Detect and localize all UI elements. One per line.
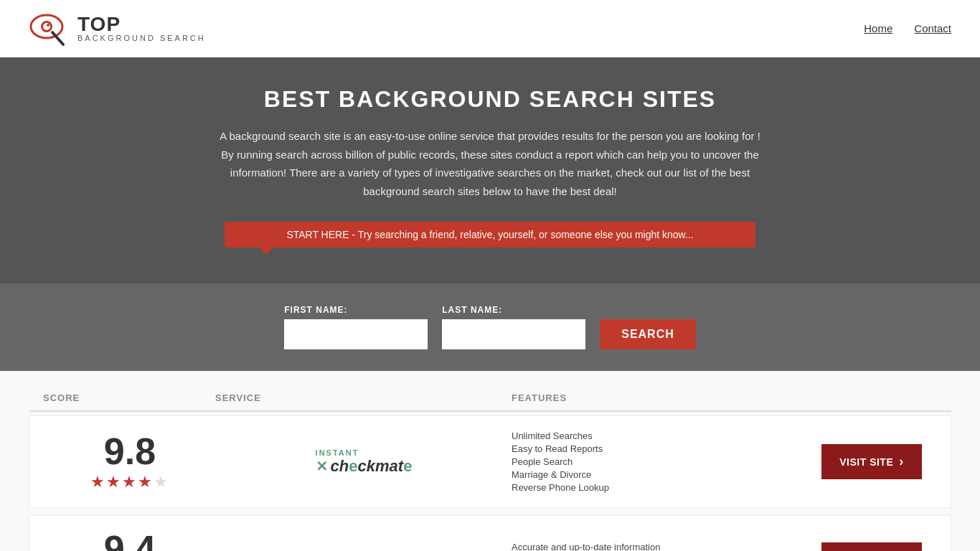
header-score: SCORE [43, 392, 215, 403]
features-cell-2: Accurate and up-to-date information Unli… [512, 542, 807, 552]
navbar: TOP BACKGROUND SEARCH Home Contact [0, 0, 980, 57]
table-row: 9.8 ★★★★★ INSTANT ✕ checkmate Unlimited … [29, 415, 951, 508]
instantcheckmate-logo: INSTANT ✕ checkmate [316, 448, 413, 476]
feature-1-5: Reverse Phone Lookup [512, 482, 807, 493]
logo-text: TOP BACKGROUND SEARCH [77, 14, 206, 42]
nav-home-link[interactable]: Home [864, 22, 892, 34]
feature-1-4: Marriage & Divorce [512, 469, 807, 480]
logo-top-text: TOP [77, 14, 206, 34]
results-table: SCORE SERVICE FEATURES 9.8 ★★★★★ INSTANT… [0, 371, 980, 551]
score-cell-2: 9.4 ★★★★★ [44, 530, 216, 551]
logo: TOP BACKGROUND SEARCH [29, 9, 206, 48]
last-name-input[interactable] [442, 319, 585, 349]
visit-cell-1: VISIT SITE › [807, 444, 936, 479]
search-button[interactable]: SEARCH [600, 319, 696, 349]
search-banner: START HERE - Try searching a friend, rel… [225, 222, 755, 248]
table-header: SCORE SERVICE FEATURES [29, 385, 951, 412]
stars-1: ★★★★★ [44, 473, 216, 491]
visit-site-button-1[interactable]: VISIT SITE › [821, 444, 922, 479]
hero-description: A background search site is an easy-to-u… [217, 127, 763, 200]
last-name-group: LAST NAME: [442, 305, 585, 349]
last-name-label: LAST NAME: [442, 305, 585, 315]
table-row: 9.4 ★★★★★ PeopleLooker Accurate and up-t… [29, 515, 951, 551]
logo-icon [29, 9, 72, 48]
service-cell-2: PeopleLooker [216, 549, 512, 552]
score-number-1: 9.8 [44, 433, 216, 470]
search-button-label: SEARCH [621, 328, 674, 341]
search-form-area: FIRST NAME: LAST NAME: SEARCH [0, 283, 980, 371]
score-number-2: 9.4 [44, 530, 216, 551]
search-banner-text: START HERE - Try searching a friend, rel… [286, 229, 693, 240]
arrow-icon-1: › [899, 454, 904, 469]
peoplelooker-logo: PeopleLooker [302, 549, 425, 552]
first-name-label: FIRST NAME: [284, 305, 428, 315]
nav-links: Home Contact [864, 22, 951, 34]
header-features: FEATURES [512, 392, 808, 403]
feature-1-2: Easy to Read Reports [512, 443, 807, 454]
score-cell-1: 9.8 ★★★★★ [44, 433, 216, 491]
visit-cell-2: VISIT SITE › [807, 542, 936, 552]
visit-site-label-1: VISIT SITE [839, 456, 893, 468]
nav-contact-link[interactable]: Contact [914, 22, 951, 34]
visit-site-button-2[interactable]: VISIT SITE › [821, 542, 922, 552]
feature-2-1: Accurate and up-to-date information [512, 542, 807, 552]
hero-section: BEST BACKGROUND SEARCH SITES A backgroun… [0, 57, 980, 283]
service-cell-1: INSTANT ✕ checkmate [216, 448, 512, 476]
hero-title: BEST BACKGROUND SEARCH SITES [14, 86, 966, 113]
features-cell-1: Unlimited Searches Easy to Read Reports … [512, 430, 807, 493]
first-name-group: FIRST NAME: [284, 305, 428, 349]
feature-1-1: Unlimited Searches [512, 430, 807, 441]
feature-1-3: People Search [512, 456, 807, 467]
svg-point-2 [43, 23, 50, 30]
header-action [808, 392, 937, 403]
logo-bottom-text: BACKGROUND SEARCH [77, 34, 206, 42]
header-service: SERVICE [215, 392, 512, 403]
first-name-input[interactable] [284, 319, 428, 349]
svg-point-3 [47, 24, 50, 27]
